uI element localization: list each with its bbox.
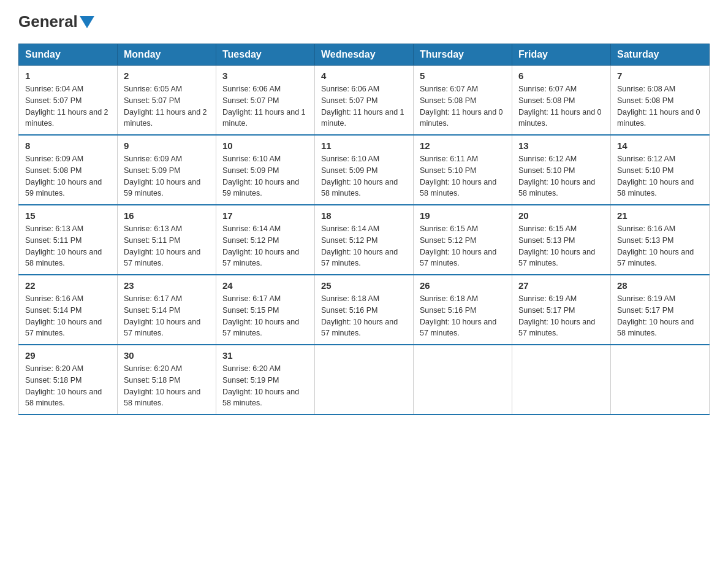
day-number: 11	[321, 140, 407, 151]
day-number: 8	[25, 140, 111, 151]
day-number: 26	[420, 280, 506, 291]
header-wednesday: Wednesday	[315, 44, 414, 66]
day-info: Sunrise: 6:18 AMSunset: 5:16 PMDaylight:…	[321, 293, 407, 339]
calendar-cell	[611, 345, 710, 415]
calendar-cell	[414, 345, 512, 415]
day-info: Sunrise: 6:20 AMSunset: 5:19 PMDaylight:…	[222, 363, 308, 409]
calendar-cell: 4Sunrise: 6:06 AMSunset: 5:07 PMDaylight…	[315, 66, 414, 136]
day-number: 20	[518, 210, 604, 221]
calendar-cell: 16Sunrise: 6:13 AMSunset: 5:11 PMDayligh…	[118, 205, 216, 275]
calendar-cell	[512, 345, 611, 415]
calendar-cell: 1Sunrise: 6:04 AMSunset: 5:07 PMDaylight…	[19, 66, 118, 136]
header-monday: Monday	[118, 44, 216, 66]
day-number: 21	[617, 210, 703, 221]
day-info: Sunrise: 6:18 AMSunset: 5:16 PMDaylight:…	[420, 293, 506, 339]
calendar-week-row: 1Sunrise: 6:04 AMSunset: 5:07 PMDaylight…	[19, 66, 710, 136]
day-number: 7	[617, 71, 703, 81]
day-number: 23	[124, 280, 210, 291]
day-number: 5	[420, 71, 506, 81]
day-info: Sunrise: 6:16 AMSunset: 5:14 PMDaylight:…	[25, 293, 111, 339]
day-number: 16	[124, 210, 210, 221]
calendar-table: SundayMondayTuesdayWednesdayThursdayFrid…	[18, 44, 710, 415]
calendar-cell: 26Sunrise: 6:18 AMSunset: 5:16 PMDayligh…	[414, 275, 512, 345]
day-number: 13	[518, 140, 604, 151]
day-number: 25	[321, 280, 407, 291]
calendar-cell: 17Sunrise: 6:14 AMSunset: 5:12 PMDayligh…	[216, 205, 315, 275]
day-info: Sunrise: 6:14 AMSunset: 5:12 PMDaylight:…	[222, 223, 308, 269]
day-number: 29	[25, 350, 111, 361]
day-number: 2	[124, 71, 210, 81]
day-info: Sunrise: 6:07 AMSunset: 5:08 PMDaylight:…	[420, 83, 506, 129]
day-info: Sunrise: 6:14 AMSunset: 5:12 PMDaylight:…	[321, 223, 407, 269]
calendar-cell: 7Sunrise: 6:08 AMSunset: 5:08 PMDaylight…	[611, 66, 710, 136]
day-number: 10	[222, 140, 308, 151]
calendar-week-row: 8Sunrise: 6:09 AMSunset: 5:08 PMDaylight…	[19, 135, 710, 205]
day-info: Sunrise: 6:10 AMSunset: 5:09 PMDaylight:…	[222, 153, 308, 199]
day-number: 14	[617, 140, 703, 151]
calendar-cell: 27Sunrise: 6:19 AMSunset: 5:17 PMDayligh…	[512, 275, 611, 345]
day-info: Sunrise: 6:19 AMSunset: 5:17 PMDaylight:…	[518, 293, 604, 339]
calendar-cell: 22Sunrise: 6:16 AMSunset: 5:14 PMDayligh…	[19, 275, 118, 345]
day-number: 31	[222, 350, 308, 361]
calendar-cell: 18Sunrise: 6:14 AMSunset: 5:12 PMDayligh…	[315, 205, 414, 275]
day-info: Sunrise: 6:10 AMSunset: 5:09 PMDaylight:…	[321, 153, 407, 199]
calendar-cell: 29Sunrise: 6:20 AMSunset: 5:18 PMDayligh…	[19, 345, 118, 415]
day-info: Sunrise: 6:17 AMSunset: 5:15 PMDaylight:…	[222, 293, 308, 339]
day-number: 24	[222, 280, 308, 291]
day-info: Sunrise: 6:12 AMSunset: 5:10 PMDaylight:…	[617, 153, 703, 199]
calendar-cell: 24Sunrise: 6:17 AMSunset: 5:15 PMDayligh…	[216, 275, 315, 345]
header-saturday: Saturday	[611, 44, 710, 66]
calendar-cell: 21Sunrise: 6:16 AMSunset: 5:13 PMDayligh…	[611, 205, 710, 275]
day-number: 28	[617, 280, 703, 291]
logo-general-text: General	[18, 12, 78, 31]
calendar-cell: 23Sunrise: 6:17 AMSunset: 5:14 PMDayligh…	[118, 275, 216, 345]
calendar-cell: 3Sunrise: 6:06 AMSunset: 5:07 PMDaylight…	[216, 66, 315, 136]
calendar-cell: 5Sunrise: 6:07 AMSunset: 5:08 PMDaylight…	[414, 66, 512, 136]
calendar-cell: 2Sunrise: 6:05 AMSunset: 5:07 PMDaylight…	[118, 66, 216, 136]
calendar-cell: 30Sunrise: 6:20 AMSunset: 5:18 PMDayligh…	[118, 345, 216, 415]
calendar-cell: 10Sunrise: 6:10 AMSunset: 5:09 PMDayligh…	[216, 135, 315, 205]
day-number: 1	[25, 71, 111, 81]
day-info: Sunrise: 6:19 AMSunset: 5:17 PMDaylight:…	[617, 293, 703, 339]
day-info: Sunrise: 6:11 AMSunset: 5:10 PMDaylight:…	[420, 153, 506, 199]
page-header: General	[18, 12, 710, 31]
calendar-header-row: SundayMondayTuesdayWednesdayThursdayFrid…	[19, 44, 710, 66]
day-info: Sunrise: 6:12 AMSunset: 5:10 PMDaylight:…	[518, 153, 604, 199]
day-info: Sunrise: 6:16 AMSunset: 5:13 PMDaylight:…	[617, 223, 703, 269]
header-friday: Friday	[512, 44, 611, 66]
calendar-cell: 14Sunrise: 6:12 AMSunset: 5:10 PMDayligh…	[611, 135, 710, 205]
day-info: Sunrise: 6:15 AMSunset: 5:12 PMDaylight:…	[420, 223, 506, 269]
day-info: Sunrise: 6:09 AMSunset: 5:08 PMDaylight:…	[25, 153, 111, 199]
calendar-cell: 19Sunrise: 6:15 AMSunset: 5:12 PMDayligh…	[414, 205, 512, 275]
day-info: Sunrise: 6:13 AMSunset: 5:11 PMDaylight:…	[25, 223, 111, 269]
day-info: Sunrise: 6:20 AMSunset: 5:18 PMDaylight:…	[124, 363, 210, 409]
calendar-week-row: 22Sunrise: 6:16 AMSunset: 5:14 PMDayligh…	[19, 275, 710, 345]
day-number: 6	[518, 71, 604, 81]
day-info: Sunrise: 6:06 AMSunset: 5:07 PMDaylight:…	[222, 83, 308, 129]
calendar-cell: 8Sunrise: 6:09 AMSunset: 5:08 PMDaylight…	[19, 135, 118, 205]
calendar-cell: 15Sunrise: 6:13 AMSunset: 5:11 PMDayligh…	[19, 205, 118, 275]
day-number: 15	[25, 210, 111, 221]
day-info: Sunrise: 6:15 AMSunset: 5:13 PMDaylight:…	[518, 223, 604, 269]
calendar-week-row: 29Sunrise: 6:20 AMSunset: 5:18 PMDayligh…	[19, 345, 710, 415]
calendar-cell	[315, 345, 414, 415]
day-number: 22	[25, 280, 111, 291]
day-info: Sunrise: 6:08 AMSunset: 5:08 PMDaylight:…	[617, 83, 703, 129]
calendar-cell: 28Sunrise: 6:19 AMSunset: 5:17 PMDayligh…	[611, 275, 710, 345]
day-info: Sunrise: 6:17 AMSunset: 5:14 PMDaylight:…	[124, 293, 210, 339]
day-info: Sunrise: 6:09 AMSunset: 5:09 PMDaylight:…	[124, 153, 210, 199]
header-thursday: Thursday	[414, 44, 512, 66]
calendar-cell: 25Sunrise: 6:18 AMSunset: 5:16 PMDayligh…	[315, 275, 414, 345]
calendar-cell: 6Sunrise: 6:07 AMSunset: 5:08 PMDaylight…	[512, 66, 611, 136]
calendar-week-row: 15Sunrise: 6:13 AMSunset: 5:11 PMDayligh…	[19, 205, 710, 275]
day-info: Sunrise: 6:06 AMSunset: 5:07 PMDaylight:…	[321, 83, 407, 129]
logo-triangle-icon	[80, 16, 94, 28]
calendar-cell: 12Sunrise: 6:11 AMSunset: 5:10 PMDayligh…	[414, 135, 512, 205]
day-info: Sunrise: 6:07 AMSunset: 5:08 PMDaylight:…	[518, 83, 604, 129]
day-number: 18	[321, 210, 407, 221]
header-tuesday: Tuesday	[216, 44, 315, 66]
day-info: Sunrise: 6:13 AMSunset: 5:11 PMDaylight:…	[124, 223, 210, 269]
day-number: 17	[222, 210, 308, 221]
day-number: 27	[518, 280, 604, 291]
day-info: Sunrise: 6:20 AMSunset: 5:18 PMDaylight:…	[25, 363, 111, 409]
